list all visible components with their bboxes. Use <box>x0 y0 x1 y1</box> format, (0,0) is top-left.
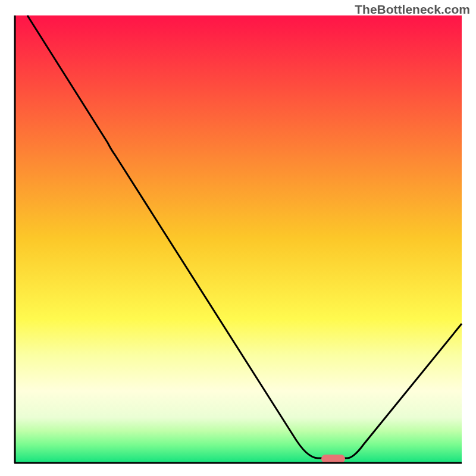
optimum-marker <box>321 455 345 463</box>
chart-svg <box>0 0 476 476</box>
bottleneck-chart: TheBottleneck.com <box>0 0 476 476</box>
chart-background <box>15 15 462 462</box>
watermark-text: TheBottleneck.com <box>355 2 470 17</box>
